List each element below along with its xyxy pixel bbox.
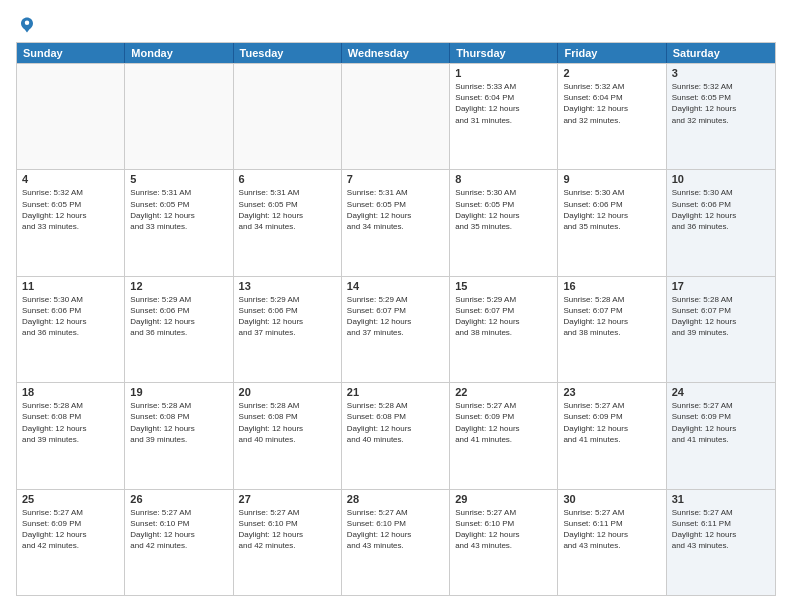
- calendar-cell: [125, 64, 233, 169]
- calendar-cell: 31Sunrise: 5:27 AM Sunset: 6:11 PM Dayli…: [667, 490, 775, 595]
- calendar-cell: 6Sunrise: 5:31 AM Sunset: 6:05 PM Daylig…: [234, 170, 342, 275]
- cell-date: 29: [455, 493, 552, 505]
- cell-date: 4: [22, 173, 119, 185]
- cell-info: Sunrise: 5:28 AM Sunset: 6:08 PM Dayligh…: [347, 400, 444, 445]
- cell-date: 24: [672, 386, 770, 398]
- cell-date: 3: [672, 67, 770, 79]
- calendar-cell: 17Sunrise: 5:28 AM Sunset: 6:07 PM Dayli…: [667, 277, 775, 382]
- calendar-cell: 16Sunrise: 5:28 AM Sunset: 6:07 PM Dayli…: [558, 277, 666, 382]
- cell-info: Sunrise: 5:27 AM Sunset: 6:09 PM Dayligh…: [672, 400, 770, 445]
- header: [16, 16, 776, 34]
- calendar-cell: 9Sunrise: 5:30 AM Sunset: 6:06 PM Daylig…: [558, 170, 666, 275]
- calendar-cell: [17, 64, 125, 169]
- cell-info: Sunrise: 5:32 AM Sunset: 6:05 PM Dayligh…: [22, 187, 119, 232]
- cell-info: Sunrise: 5:30 AM Sunset: 6:06 PM Dayligh…: [672, 187, 770, 232]
- page: SundayMondayTuesdayWednesdayThursdayFrid…: [0, 0, 792, 612]
- cell-info: Sunrise: 5:28 AM Sunset: 6:07 PM Dayligh…: [563, 294, 660, 339]
- logo-icon: [18, 16, 36, 34]
- cell-info: Sunrise: 5:27 AM Sunset: 6:10 PM Dayligh…: [130, 507, 227, 552]
- cell-date: 18: [22, 386, 119, 398]
- cell-info: Sunrise: 5:30 AM Sunset: 6:06 PM Dayligh…: [563, 187, 660, 232]
- cell-info: Sunrise: 5:28 AM Sunset: 6:08 PM Dayligh…: [130, 400, 227, 445]
- calendar-cell: 14Sunrise: 5:29 AM Sunset: 6:07 PM Dayli…: [342, 277, 450, 382]
- calendar-cell: 27Sunrise: 5:27 AM Sunset: 6:10 PM Dayli…: [234, 490, 342, 595]
- calendar-cell: 2Sunrise: 5:32 AM Sunset: 6:04 PM Daylig…: [558, 64, 666, 169]
- cell-info: Sunrise: 5:30 AM Sunset: 6:06 PM Dayligh…: [22, 294, 119, 339]
- calendar-cell: 23Sunrise: 5:27 AM Sunset: 6:09 PM Dayli…: [558, 383, 666, 488]
- cell-date: 11: [22, 280, 119, 292]
- calendar-cell: 7Sunrise: 5:31 AM Sunset: 6:05 PM Daylig…: [342, 170, 450, 275]
- calendar-cell: 26Sunrise: 5:27 AM Sunset: 6:10 PM Dayli…: [125, 490, 233, 595]
- cell-date: 31: [672, 493, 770, 505]
- cell-date: 19: [130, 386, 227, 398]
- cell-date: 7: [347, 173, 444, 185]
- calendar-cell: 22Sunrise: 5:27 AM Sunset: 6:09 PM Dayli…: [450, 383, 558, 488]
- cell-info: Sunrise: 5:31 AM Sunset: 6:05 PM Dayligh…: [130, 187, 227, 232]
- cell-date: 16: [563, 280, 660, 292]
- calendar-cell: 10Sunrise: 5:30 AM Sunset: 6:06 PM Dayli…: [667, 170, 775, 275]
- cell-info: Sunrise: 5:28 AM Sunset: 6:07 PM Dayligh…: [672, 294, 770, 339]
- calendar-cell: 18Sunrise: 5:28 AM Sunset: 6:08 PM Dayli…: [17, 383, 125, 488]
- calendar-row-5: 25Sunrise: 5:27 AM Sunset: 6:09 PM Dayli…: [17, 489, 775, 595]
- cell-date: 21: [347, 386, 444, 398]
- day-header-monday: Monday: [125, 43, 233, 63]
- calendar: SundayMondayTuesdayWednesdayThursdayFrid…: [16, 42, 776, 596]
- logo-text: [16, 16, 36, 34]
- cell-date: 25: [22, 493, 119, 505]
- cell-info: Sunrise: 5:29 AM Sunset: 6:06 PM Dayligh…: [239, 294, 336, 339]
- cell-date: 10: [672, 173, 770, 185]
- calendar-header: SundayMondayTuesdayWednesdayThursdayFrid…: [17, 43, 775, 63]
- calendar-cell: 30Sunrise: 5:27 AM Sunset: 6:11 PM Dayli…: [558, 490, 666, 595]
- day-header-wednesday: Wednesday: [342, 43, 450, 63]
- calendar-cell: 5Sunrise: 5:31 AM Sunset: 6:05 PM Daylig…: [125, 170, 233, 275]
- cell-date: 12: [130, 280, 227, 292]
- cell-date: 20: [239, 386, 336, 398]
- cell-info: Sunrise: 5:27 AM Sunset: 6:10 PM Dayligh…: [239, 507, 336, 552]
- calendar-cell: 19Sunrise: 5:28 AM Sunset: 6:08 PM Dayli…: [125, 383, 233, 488]
- cell-info: Sunrise: 5:27 AM Sunset: 6:10 PM Dayligh…: [347, 507, 444, 552]
- day-header-sunday: Sunday: [17, 43, 125, 63]
- calendar-cell: 25Sunrise: 5:27 AM Sunset: 6:09 PM Dayli…: [17, 490, 125, 595]
- cell-info: Sunrise: 5:27 AM Sunset: 6:10 PM Dayligh…: [455, 507, 552, 552]
- calendar-cell: 12Sunrise: 5:29 AM Sunset: 6:06 PM Dayli…: [125, 277, 233, 382]
- cell-date: 23: [563, 386, 660, 398]
- calendar-cell: 28Sunrise: 5:27 AM Sunset: 6:10 PM Dayli…: [342, 490, 450, 595]
- cell-info: Sunrise: 5:29 AM Sunset: 6:06 PM Dayligh…: [130, 294, 227, 339]
- calendar-cell: 15Sunrise: 5:29 AM Sunset: 6:07 PM Dayli…: [450, 277, 558, 382]
- cell-info: Sunrise: 5:33 AM Sunset: 6:04 PM Dayligh…: [455, 81, 552, 126]
- cell-info: Sunrise: 5:32 AM Sunset: 6:05 PM Dayligh…: [672, 81, 770, 126]
- cell-info: Sunrise: 5:29 AM Sunset: 6:07 PM Dayligh…: [455, 294, 552, 339]
- logo: [16, 16, 36, 34]
- calendar-cell: 21Sunrise: 5:28 AM Sunset: 6:08 PM Dayli…: [342, 383, 450, 488]
- cell-date: 27: [239, 493, 336, 505]
- cell-date: 17: [672, 280, 770, 292]
- cell-date: 13: [239, 280, 336, 292]
- cell-info: Sunrise: 5:27 AM Sunset: 6:11 PM Dayligh…: [563, 507, 660, 552]
- calendar-cell: 8Sunrise: 5:30 AM Sunset: 6:05 PM Daylig…: [450, 170, 558, 275]
- cell-date: 2: [563, 67, 660, 79]
- calendar-row-4: 18Sunrise: 5:28 AM Sunset: 6:08 PM Dayli…: [17, 382, 775, 488]
- cell-date: 14: [347, 280, 444, 292]
- cell-info: Sunrise: 5:27 AM Sunset: 6:09 PM Dayligh…: [22, 507, 119, 552]
- calendar-row-1: 1Sunrise: 5:33 AM Sunset: 6:04 PM Daylig…: [17, 63, 775, 169]
- cell-info: Sunrise: 5:29 AM Sunset: 6:07 PM Dayligh…: [347, 294, 444, 339]
- cell-date: 5: [130, 173, 227, 185]
- cell-info: Sunrise: 5:27 AM Sunset: 6:09 PM Dayligh…: [455, 400, 552, 445]
- cell-info: Sunrise: 5:31 AM Sunset: 6:05 PM Dayligh…: [347, 187, 444, 232]
- day-header-thursday: Thursday: [450, 43, 558, 63]
- day-header-friday: Friday: [558, 43, 666, 63]
- day-header-saturday: Saturday: [667, 43, 775, 63]
- cell-date: 8: [455, 173, 552, 185]
- calendar-cell: 4Sunrise: 5:32 AM Sunset: 6:05 PM Daylig…: [17, 170, 125, 275]
- calendar-cell: 3Sunrise: 5:32 AM Sunset: 6:05 PM Daylig…: [667, 64, 775, 169]
- day-header-tuesday: Tuesday: [234, 43, 342, 63]
- calendar-cell: 20Sunrise: 5:28 AM Sunset: 6:08 PM Dayli…: [234, 383, 342, 488]
- cell-date: 9: [563, 173, 660, 185]
- calendar-row-2: 4Sunrise: 5:32 AM Sunset: 6:05 PM Daylig…: [17, 169, 775, 275]
- cell-date: 22: [455, 386, 552, 398]
- cell-date: 1: [455, 67, 552, 79]
- cell-date: 30: [563, 493, 660, 505]
- cell-info: Sunrise: 5:28 AM Sunset: 6:08 PM Dayligh…: [239, 400, 336, 445]
- cell-date: 28: [347, 493, 444, 505]
- calendar-cell: 1Sunrise: 5:33 AM Sunset: 6:04 PM Daylig…: [450, 64, 558, 169]
